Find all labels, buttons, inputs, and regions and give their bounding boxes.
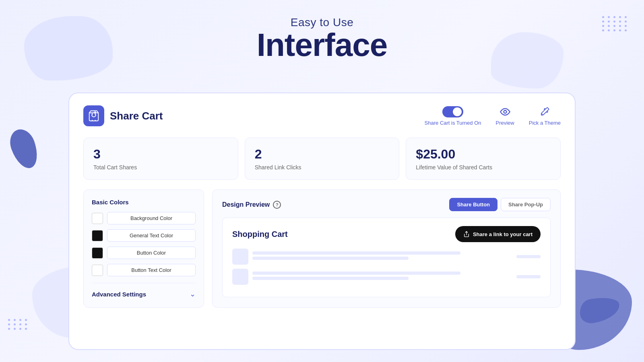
preview-label: Preview xyxy=(496,120,514,126)
cart-item-price-1 xyxy=(516,255,541,258)
cart-item-bar-long-2 xyxy=(252,272,460,275)
preview-cart-title: Shopping Cart xyxy=(232,230,288,239)
cart-icon xyxy=(88,110,100,122)
color-row-general-text: General Text Color xyxy=(92,229,196,242)
cart-item-preview-2 xyxy=(232,269,541,285)
paint-icon xyxy=(539,106,550,117)
share-icon xyxy=(463,231,470,237)
cart-item-price-2 xyxy=(516,275,541,278)
cart-item-info-2 xyxy=(252,272,512,282)
svg-point-2 xyxy=(504,110,506,113)
stat-card-1: 2 Shared Link Clicks xyxy=(245,138,400,180)
cart-item-preview-1 xyxy=(232,249,541,265)
app-logo-icon xyxy=(83,105,104,126)
stat-value-2: $25.00 xyxy=(416,147,551,162)
bottom-section: Basic Colors Background Color General Te… xyxy=(83,189,561,308)
eye-icon xyxy=(500,106,511,117)
advanced-settings-label: Advanced Settings xyxy=(92,291,146,298)
color-row-button-text: Button Text Color xyxy=(92,264,196,276)
stat-card-0: 3 Total Cart Shares xyxy=(83,138,238,180)
toggle-label: Share Cart is Turned On xyxy=(425,120,481,126)
color-row-background: Background Color xyxy=(92,212,196,224)
app-name: Share Cart xyxy=(110,110,163,122)
preview-area: Shopping Cart Share a link to your cart xyxy=(222,218,551,297)
page-header: Easy to Use Interface xyxy=(0,0,644,61)
stat-label-0: Total Cart Shares xyxy=(93,164,228,171)
help-icon[interactable]: ? xyxy=(273,201,281,209)
design-title-area: Design Preview ? xyxy=(222,201,281,209)
button-text-color-button[interactable]: Button Text Color xyxy=(107,264,196,276)
background-color-button[interactable]: Background Color xyxy=(107,212,196,224)
share-button-tab[interactable]: Share Button xyxy=(449,198,497,211)
design-preview-title: Design Preview xyxy=(222,201,270,208)
share-link-button[interactable]: Share a link to your cart xyxy=(455,226,541,242)
chevron-down-icon: ⌄ xyxy=(190,290,196,298)
cart-item-thumbnail-2 xyxy=(232,269,248,285)
basic-colors-title: Basic Colors xyxy=(92,199,196,206)
button-color-swatch[interactable] xyxy=(92,247,103,259)
main-card: Share Cart Share Cart is Turned On Previ… xyxy=(68,93,576,350)
theme-label: Pick a Theme xyxy=(529,120,561,126)
stat-value-1: 2 xyxy=(255,147,390,162)
dots-decoration-bottom-left xyxy=(8,319,28,330)
button-color-button[interactable]: Button Color xyxy=(107,247,196,259)
share-button-text: Share a link to your cart xyxy=(473,231,533,237)
stat-label-1: Shared Link Clicks xyxy=(255,164,390,171)
curve-decoration-left xyxy=(6,126,43,172)
color-row-button: Button Color xyxy=(92,247,196,259)
theme-control[interactable]: Pick a Theme xyxy=(529,106,561,126)
cart-item-bar-long-1 xyxy=(252,251,460,255)
background-color-swatch[interactable] xyxy=(92,213,103,224)
share-cart-toggle-control[interactable]: Share Cart is Turned On xyxy=(425,106,481,126)
cart-item-bar-short-1 xyxy=(252,257,409,260)
cart-item-info-1 xyxy=(252,251,512,262)
general-text-color-swatch[interactable] xyxy=(92,230,103,241)
card-header: Share Cart Share Cart is Turned On Previ… xyxy=(83,105,561,126)
svg-point-0 xyxy=(92,120,93,121)
share-cart-toggle[interactable] xyxy=(442,106,463,117)
stats-row: 3 Total Cart Shares 2 Shared Link Clicks… xyxy=(83,138,561,180)
cart-item-thumbnail-1 xyxy=(232,249,248,265)
stat-label-2: Lifetime Value of Shared Carts xyxy=(416,164,551,171)
stat-value-0: 3 xyxy=(93,147,228,162)
svg-point-1 xyxy=(95,120,96,121)
design-header: Design Preview ? Share Button Share Pop-… xyxy=(222,198,551,211)
design-panel: Design Preview ? Share Button Share Pop-… xyxy=(212,189,561,308)
colors-panel: Basic Colors Background Color General Te… xyxy=(83,189,204,308)
advanced-settings-row[interactable]: Advanced Settings ⌄ xyxy=(92,290,196,298)
card-controls: Share Cart is Turned On Preview Pick a T… xyxy=(425,106,561,126)
app-logo-area: Share Cart xyxy=(83,105,163,126)
preview-header: Shopping Cart Share a link to your cart xyxy=(232,226,541,242)
button-text-color-swatch[interactable] xyxy=(92,265,103,276)
stat-card-2: $25.00 Lifetime Value of Shared Carts xyxy=(406,138,561,180)
preview-control[interactable]: Preview xyxy=(496,106,514,126)
share-popup-tab[interactable]: Share Pop-Up xyxy=(501,198,551,211)
general-text-color-button[interactable]: General Text Color xyxy=(107,229,196,242)
panel-divider xyxy=(92,283,196,283)
cart-item-bar-short-2 xyxy=(252,277,409,280)
design-tabs: Share Button Share Pop-Up xyxy=(449,198,551,211)
page-title: Interface xyxy=(0,29,644,61)
